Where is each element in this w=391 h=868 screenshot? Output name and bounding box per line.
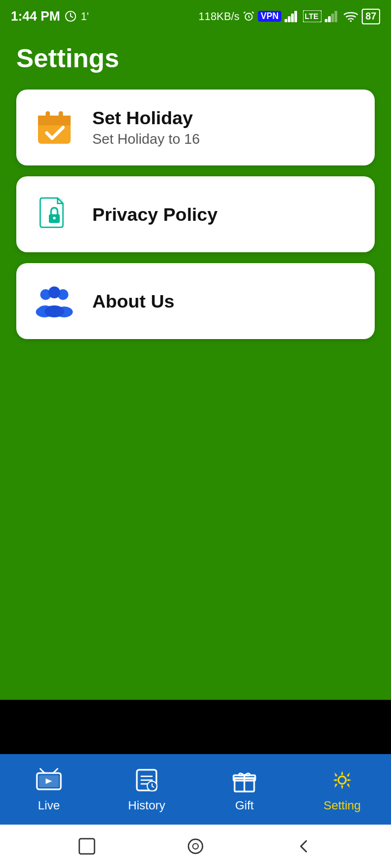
bottom-nav: Live History <box>0 754 391 825</box>
about-us-title: About Us <box>92 291 174 312</box>
svg-rect-13 <box>335 11 337 22</box>
svg-point-47 <box>193 844 198 849</box>
svg-rect-45 <box>79 839 94 854</box>
lte-icon: LTE <box>303 10 321 22</box>
svg-text:LTE: LTE <box>305 12 318 21</box>
status-left: 1:44 PM 1' <box>11 9 89 24</box>
battery-indicator: 87 <box>362 9 380 24</box>
nav-label-setting: Setting <box>324 799 361 813</box>
set-holiday-card[interactable]: Set Holiday Set Holiday to 16 <box>16 90 375 165</box>
privacy-policy-text: Privacy Policy <box>92 204 218 225</box>
clock-icon <box>65 10 77 22</box>
wifi-icon <box>343 10 358 22</box>
status-time: 1:44 PM <box>11 9 60 24</box>
calendar-check-icon <box>33 106 76 149</box>
svg-point-29 <box>45 305 64 317</box>
green-spacer <box>0 395 391 700</box>
privacy-policy-title: Privacy Policy <box>92 204 218 225</box>
history-icon <box>133 766 161 794</box>
svg-rect-12 <box>331 14 334 22</box>
notification-badge: 1' <box>81 10 89 23</box>
network-speed: 118KB/s <box>198 10 239 23</box>
svg-rect-20 <box>59 111 63 120</box>
nav-item-live[interactable]: Live <box>0 766 98 813</box>
document-lock-icon <box>33 193 76 236</box>
svg-rect-7 <box>294 11 297 22</box>
svg-line-2 <box>244 12 245 14</box>
signal-icon <box>285 10 300 22</box>
svg-rect-11 <box>328 16 331 22</box>
svg-rect-4 <box>285 19 287 22</box>
svg-rect-10 <box>325 19 327 22</box>
square-button[interactable] <box>76 835 98 857</box>
group-icon <box>33 279 76 323</box>
gift-icon <box>230 766 258 794</box>
nav-label-history: History <box>128 799 165 813</box>
status-bar: 1:44 PM 1' 118KB/s VPN LTE <box>0 0 391 33</box>
about-us-card[interactable]: About Us <box>16 263 375 339</box>
page-title: Settings <box>0 33 391 90</box>
privacy-policy-card[interactable]: Privacy Policy <box>16 176 375 252</box>
nav-item-setting[interactable]: Setting <box>293 766 391 813</box>
status-right: 118KB/s VPN LTE <box>198 9 380 24</box>
svg-point-28 <box>48 286 60 298</box>
set-holiday-subtitle: Set Holiday to 16 <box>92 131 200 148</box>
nav-item-history[interactable]: History <box>98 766 195 813</box>
black-bar <box>0 700 391 754</box>
svg-rect-5 <box>288 16 291 22</box>
main-content: Set Holiday Set Holiday to 16 Privacy Po… <box>0 90 391 395</box>
svg-point-44 <box>338 776 346 784</box>
set-holiday-title: Set Holiday <box>92 107 200 129</box>
svg-point-46 <box>188 839 203 853</box>
tv-icon <box>35 766 63 794</box>
svg-point-14 <box>350 20 351 22</box>
home-button[interactable] <box>185 835 206 857</box>
alarm-icon <box>243 10 255 22</box>
svg-point-23 <box>53 217 56 220</box>
nav-label-live: Live <box>38 799 60 813</box>
svg-rect-6 <box>291 14 294 22</box>
nav-item-gift[interactable]: Gift <box>195 766 293 813</box>
signal-icon-2 <box>325 10 340 22</box>
svg-rect-18 <box>38 122 71 125</box>
svg-rect-19 <box>46 111 50 120</box>
gear-icon <box>328 766 356 794</box>
about-us-text: About Us <box>92 291 174 312</box>
back-button[interactable] <box>293 835 315 857</box>
set-holiday-text: Set Holiday Set Holiday to 16 <box>92 107 200 148</box>
vpn-badge: VPN <box>258 11 281 22</box>
system-nav <box>0 825 391 868</box>
svg-line-3 <box>252 12 254 14</box>
nav-label-gift: Gift <box>235 799 254 813</box>
